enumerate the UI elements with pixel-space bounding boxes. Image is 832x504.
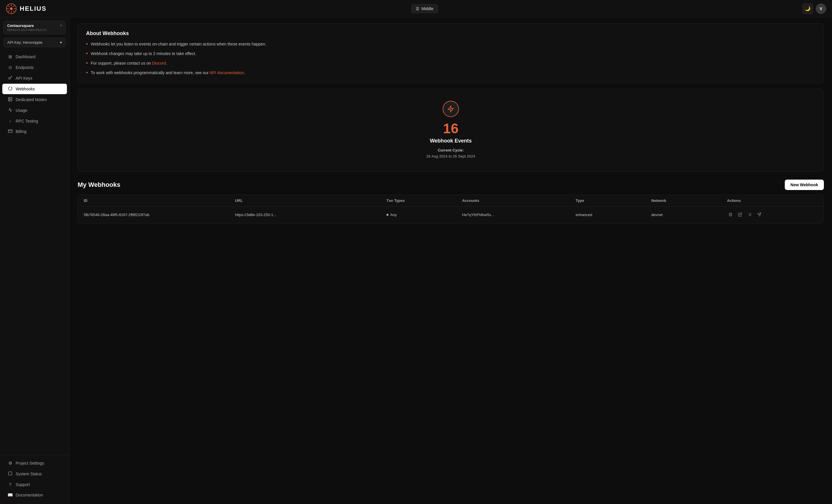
bullet-icon: •: [86, 60, 88, 66]
api-key-selector[interactable]: API Key: Heronripple ▾: [3, 38, 66, 47]
main-layout: Centaursquare b894bc44-a3c4-4db5-84c0-e2…: [0, 17, 832, 504]
stats-card: 16 Webhook Events Current Cycle: 26 Aug …: [78, 89, 824, 171]
avatar-button[interactable]: V: [816, 3, 826, 14]
sidebar-item-label: Dashboard: [16, 54, 36, 59]
svg-rect-7: [8, 130, 12, 133]
svg-point-2: [8, 77, 10, 79]
list-icon[interactable]: [746, 211, 753, 219]
topbar-right: 🌙 V: [802, 3, 826, 14]
about-webhooks-title: About Webhooks: [86, 30, 815, 36]
col-txn-types: Txn Types: [386, 198, 462, 203]
server-icon: [7, 97, 13, 102]
sidebar-item-api-keys[interactable]: API Keys: [2, 73, 67, 83]
list-item: • Webhooks let you listen to events on-c…: [86, 41, 815, 47]
sidebar-item-label: Usage: [16, 108, 27, 113]
sidebar-item-webhooks[interactable]: Webhooks: [2, 84, 67, 94]
sidebar-item-support[interactable]: ? Support: [2, 479, 67, 489]
txn-type-dot: [386, 214, 388, 216]
sidebar-item-label: Dedicated Nodes: [16, 97, 47, 102]
workspace-selector[interactable]: Centaursquare b894bc44-a3c4-4db5-84c0-e2…: [3, 21, 66, 34]
sidebar-item-billing[interactable]: Billing: [2, 126, 67, 137]
svg-point-1: [10, 7, 13, 10]
sidebar-item-label: API Keys: [16, 76, 32, 81]
list-item: • Webhook changes may take up to 2 minut…: [86, 51, 815, 57]
info-text: To work with webhooks programmatically a…: [91, 70, 245, 76]
sidebar-item-usage[interactable]: Usage: [2, 105, 67, 115]
sidebar-item-label: Project Settings: [16, 461, 44, 466]
sidebar-item-documentation[interactable]: 📖 Documentation: [2, 490, 67, 500]
sidebar: Centaursquare b894bc44-a3c4-4db5-84c0-e2…: [0, 17, 70, 504]
sidebar-bottom: ⚙ Project Settings System Status ? Suppo…: [0, 455, 69, 501]
sidebar-item-label: Support: [16, 482, 30, 487]
logo-area: HELIUS: [6, 3, 47, 14]
sidebar-nav: ⊞ Dashboard ⊙ Endpoints API Keys: [0, 51, 69, 137]
col-network: Network: [651, 198, 727, 203]
avatar-label: V: [820, 6, 822, 11]
table-row: 5fb76548-28aa-48f5-8167-2ff8f210f7ab htt…: [78, 207, 824, 223]
webhook-events-count: 16: [443, 122, 458, 136]
bullet-icon: •: [86, 70, 88, 75]
stats-icon: [443, 101, 459, 117]
sidebar-item-dedicated-nodes[interactable]: Dedicated Nodes: [2, 95, 67, 105]
webhook-icon: [7, 86, 13, 91]
sidebar-item-rpc-testing[interactable]: › RPC Testing: [2, 116, 67, 126]
info-text: Webhook changes may take up to 2 minutes…: [91, 51, 196, 57]
sidebar-item-project-settings[interactable]: ⚙ Project Settings: [2, 458, 67, 468]
chevron-down-icon: ▾: [60, 40, 62, 45]
row-actions: [727, 211, 818, 219]
middle-button[interactable]: ☰ Middle: [411, 4, 438, 13]
settings-icon: ⚙: [7, 460, 13, 466]
col-url: URL: [235, 198, 386, 203]
moon-icon: 🌙: [805, 6, 811, 11]
docs-icon: 📖: [7, 493, 13, 498]
hamburger-icon: ☰: [416, 6, 419, 11]
dark-mode-button[interactable]: 🌙: [802, 3, 813, 14]
api-key-label: API Key: Heronripple: [7, 40, 42, 45]
workspace-name: Centaursquare: [7, 24, 48, 28]
list-item: • To work with webhooks programmatically…: [86, 70, 815, 76]
send-icon[interactable]: [756, 211, 762, 219]
main-content: About Webhooks • Webhooks let you listen…: [70, 17, 832, 504]
delete-icon[interactable]: [727, 211, 734, 219]
workspace-id: b894bc44-a3c4-4db5-84c0-e2...: [7, 28, 48, 32]
endpoints-icon: ⊙: [7, 65, 13, 70]
sidebar-item-label: System Status: [16, 472, 42, 476]
sidebar-item-endpoints[interactable]: ⊙ Endpoints: [2, 62, 67, 73]
bullet-icon: •: [86, 51, 88, 56]
sidebar-item-label: Endpoints: [16, 65, 34, 70]
logo-text: HELIUS: [20, 5, 47, 12]
usage-icon: [7, 108, 13, 113]
row-network: devnet: [651, 213, 727, 217]
webhook-cycle: Current Cycle: 26 Aug 2024 to 26 Sept 20…: [426, 148, 475, 160]
cycle-label: Current Cycle:: [438, 148, 464, 152]
sidebar-item-dashboard[interactable]: ⊞ Dashboard: [2, 52, 67, 62]
api-docs-link[interactable]: API documentation: [209, 71, 244, 75]
key-icon: [7, 76, 13, 81]
col-accounts: Accounts: [462, 198, 576, 203]
helius-logo-icon: [6, 3, 17, 14]
row-accounts: He7qYfzFh8ve5s...: [462, 213, 576, 217]
about-webhooks-card: About Webhooks • Webhooks let you listen…: [78, 23, 824, 83]
chevron-down-icon: ▾: [60, 24, 62, 28]
webhook-events-label: Webhook Events: [430, 138, 472, 144]
support-icon: ?: [7, 482, 13, 487]
row-type: enhanced: [576, 213, 651, 217]
discord-link[interactable]: Discord: [152, 61, 166, 65]
info-text: Webhooks let you listen to events on-cha…: [91, 41, 266, 47]
about-webhooks-list: • Webhooks let you listen to events on-c…: [86, 41, 815, 76]
edit-icon[interactable]: [737, 211, 743, 219]
table-header: ID URL Txn Types Accounts Type Network A…: [78, 195, 824, 207]
rpc-icon: ›: [7, 118, 13, 124]
my-webhooks-header: My Webhooks New Webhook: [78, 180, 824, 190]
webhooks-table: ID URL Txn Types Accounts Type Network A…: [78, 195, 824, 223]
sidebar-item-system-status[interactable]: System Status: [2, 469, 67, 479]
sidebar-item-label: Webhooks: [16, 87, 35, 91]
svg-rect-9: [8, 472, 11, 475]
col-type: Type: [576, 198, 651, 203]
row-txn-types: Any: [386, 213, 462, 217]
sidebar-item-label: Billing: [16, 129, 26, 134]
my-webhooks-title: My Webhooks: [78, 181, 121, 189]
sidebar-item-label: Documentation: [16, 493, 43, 497]
new-webhook-button[interactable]: New Webhook: [785, 180, 824, 190]
col-id: ID: [84, 198, 235, 203]
